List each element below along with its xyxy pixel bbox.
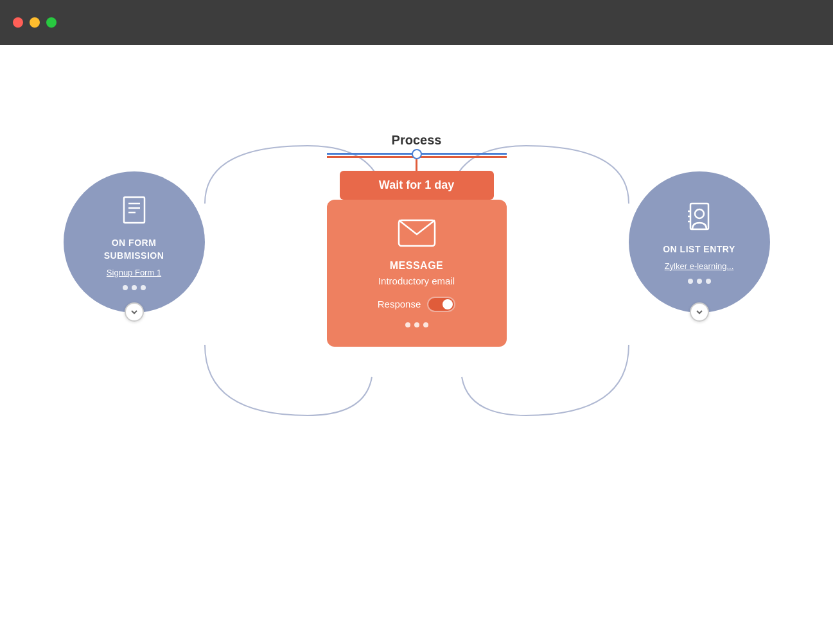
svg-point-6 (695, 209, 704, 218)
titlebar (0, 0, 833, 45)
form-icon (118, 193, 151, 229)
message-card[interactable]: MESSAGE Introductory email Response (327, 200, 507, 347)
message-subtitle: Introductory email (378, 275, 455, 286)
right-node-title: ON LIST ENTRY (663, 243, 735, 256)
close-button[interactable] (13, 17, 23, 28)
process-label: Process (392, 133, 442, 148)
response-label: Response (378, 299, 421, 309)
message-options[interactable] (405, 322, 428, 327)
contact-icon (683, 200, 716, 236)
process-header: Process (320, 133, 513, 158)
workflow-canvas: ON FORM SUBMISSION Signup Form 1 Process (64, 94, 770, 595)
left-node-title: ON FORM SUBMISSION (104, 237, 164, 262)
process-lines (327, 153, 507, 158)
left-node-link[interactable]: Signup Form 1 (107, 268, 161, 277)
center-process-block: Process Wait for 1 day (205, 133, 629, 347)
left-trigger-node[interactable]: ON FORM SUBMISSION Signup Form 1 (64, 171, 205, 313)
email-icon (398, 219, 436, 250)
right-node-link[interactable]: Zylker e-learning... (665, 261, 734, 271)
wait-block[interactable]: Wait for 1 day (340, 171, 494, 200)
right-node-options[interactable] (688, 279, 711, 284)
right-trigger-node[interactable]: ON LIST ENTRY Zylker e-learning... (629, 171, 770, 313)
right-node-expand[interactable] (690, 302, 709, 322)
toggle-knob (443, 299, 453, 309)
message-title: MESSAGE (390, 260, 444, 272)
process-node-circle[interactable] (412, 149, 422, 159)
svg-rect-0 (124, 197, 145, 223)
response-toggle[interactable] (427, 297, 455, 312)
vertical-connector (416, 158, 417, 171)
response-row: Response (378, 297, 456, 312)
left-node-options[interactable] (123, 285, 146, 290)
maximize-button[interactable] (46, 17, 57, 28)
main-content: ON FORM SUBMISSION Signup Form 1 Process (0, 45, 833, 644)
left-node-expand[interactable] (125, 302, 144, 322)
wait-label: Wait for 1 day (379, 178, 454, 191)
minimize-button[interactable] (30, 17, 40, 28)
